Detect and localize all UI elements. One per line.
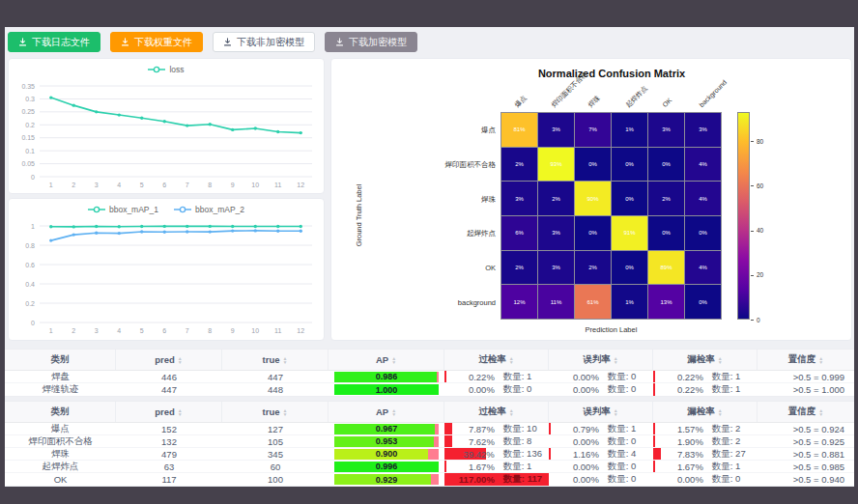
svg-text:6: 6 [162, 182, 166, 188]
confusion-matrix-card: Normalized Confusion Matrix Ground Truth… [330, 58, 852, 341]
sort-arrows-icon[interactable]: ▲▼ [818, 356, 823, 364]
column-header-label: 类别 [51, 353, 70, 366]
svg-text:1: 1 [49, 182, 53, 188]
rate-percent: 117.00% [444, 474, 495, 485]
ap-cell: 0.996 [329, 461, 444, 472]
svg-text:7: 7 [186, 327, 189, 334]
column-header-class: 类别 [5, 350, 116, 370]
sort-arrows-icon[interactable]: ▲▼ [718, 356, 723, 364]
matrix-cell-1-1: 93% [538, 148, 574, 182]
metrics-table: 类别pred▲▼true▲▼AP▲▼过检率▲▼误判率▲▼漏检率▲▼置信度▲▼焊盘… [5, 349, 854, 397]
matrix-cell-5-5: 0% [685, 285, 721, 319]
sort-arrows-icon[interactable]: ▲▼ [391, 408, 396, 416]
matrix-col-label: 爆点 [513, 94, 529, 109]
sort-arrows-icon[interactable]: ▲▼ [614, 356, 618, 364]
ap-bar: 0.900 [334, 449, 439, 460]
download-log-file-button[interactable]: 下载日志文件 [8, 32, 100, 52]
table-row: 爆点1521270.9677.87%数量: 100.79%数量: 11.57%数… [5, 423, 854, 435]
rate-count: 数量: 27 [712, 448, 758, 460]
column-header-AP[interactable]: AP▲▼ [329, 350, 444, 370]
table-row: 焊缝轨迹4474481.0000.00%数量: 00.00%数量: 00.22%… [5, 383, 854, 396]
sort-arrows-icon[interactable]: ▲▼ [283, 408, 288, 416]
sort-arrows-icon[interactable]: ▲▼ [178, 408, 183, 416]
ap-cell: 0.986 [329, 371, 444, 382]
legend-item-bbox_mAP_1[interactable]: bbox_mAP_1 [88, 205, 158, 214]
loss-chart-card: loss 00.050.10.150.20.250.30.35123456789… [8, 58, 325, 194]
ap-bar: 1.000 [334, 384, 439, 395]
rate-percent: 0.79% [549, 424, 599, 434]
misjudge-rate-cell: 0.00%数量: 0 [549, 435, 653, 447]
ap-cell: 1.000 [329, 383, 444, 396]
sort-arrows-icon[interactable]: ▲▼ [509, 408, 514, 416]
column-header-漏检率[interactable]: 漏检率▲▼ [653, 402, 758, 422]
true-cell: 447 [222, 371, 329, 382]
ap-value: 0.967 [334, 424, 439, 434]
misjudge-rate-cell: 0.00%数量: 0 [549, 461, 653, 472]
ap-bar: 0.929 [334, 474, 439, 485]
rate-percent: 39.42% [444, 449, 495, 460]
column-header-AP[interactable]: AP▲▼ [329, 402, 444, 422]
matrix-cell-2-1: 2% [538, 182, 574, 215]
matrix-cell-1-2: 0% [575, 148, 611, 182]
download-encrypted-model-button[interactable]: 下载加密模型 [325, 32, 417, 52]
true-cell: 127 [222, 423, 329, 434]
table-row: 焊印面积不合格1321050.9537.62%数量: 80.00%数量: 01.… [5, 435, 854, 448]
rate-count: 数量: 0 [608, 371, 653, 382]
sort-arrows-icon[interactable]: ▲▼ [391, 356, 396, 364]
sort-arrows-icon[interactable]: ▲▼ [614, 408, 618, 416]
ap-value: 0.900 [334, 449, 439, 460]
legend-item-bbox_mAP_2[interactable]: bbox_mAP_2 [174, 205, 244, 214]
rate-percent: 0.00% [549, 384, 599, 395]
matrix-cell-5-3: 1% [612, 285, 647, 319]
matrix-cell-0-5: 3% [685, 113, 721, 147]
column-header-置信度[interactable]: 置信度▲▼ [758, 350, 854, 370]
column-header-label: pred [155, 354, 175, 365]
loss-chart-legend: loss [9, 65, 324, 74]
sort-arrows-icon[interactable]: ▲▼ [178, 356, 183, 364]
confidence-cell: >0.5 = 0.999 [758, 371, 854, 382]
download-unencrypted-model-button[interactable]: 下载非加密模型 [213, 32, 315, 52]
column-header-置信度[interactable]: 置信度▲▼ [758, 402, 854, 422]
true-cell: 60 [222, 461, 329, 472]
pred-cell: 117 [116, 473, 222, 486]
column-header-pred[interactable]: pred▲▼ [116, 350, 222, 370]
column-header-class: 类别 [5, 402, 116, 422]
matrix-cell-4-3: 0% [612, 251, 647, 285]
pred-cell: 132 [116, 435, 222, 447]
sort-arrows-icon[interactable]: ▲▼ [509, 356, 514, 364]
matrix-row-label: 焊珠 [331, 195, 496, 205]
rate-count: 数量: 117 [503, 473, 549, 486]
sort-arrows-icon[interactable]: ▲▼ [283, 356, 288, 364]
column-header-过检率[interactable]: 过检率▲▼ [444, 350, 549, 370]
column-header-true[interactable]: true▲▼ [222, 350, 329, 370]
column-header-漏检率[interactable]: 漏检率▲▼ [653, 350, 758, 370]
colorbar-tick-label: 60 [757, 182, 763, 189]
download-weights-file-button[interactable]: 下载权重文件 [110, 32, 203, 52]
matrix-cell-2-4: 2% [648, 182, 684, 215]
download-icon [335, 38, 344, 46]
class-cell: 爆点 [5, 423, 116, 434]
table-row: 起焊炸点63600.9961.67%数量: 10.00%数量: 01.67%数量… [5, 461, 854, 473]
sort-arrows-icon[interactable]: ▲▼ [818, 408, 823, 416]
download-button-label: 下载日志文件 [32, 36, 90, 49]
rate-count: 数量: 1 [712, 371, 758, 382]
matrix-cell-4-2: 2% [575, 251, 611, 285]
rate-count: 数量: 0 [608, 461, 653, 472]
column-header-误判率[interactable]: 误判率▲▼ [549, 350, 653, 370]
svg-text:11: 11 [274, 182, 281, 188]
ap-value: 0.996 [334, 462, 439, 472]
column-header-pred[interactable]: pred▲▼ [116, 402, 222, 422]
sort-arrows-icon[interactable]: ▲▼ [718, 408, 723, 416]
legend-item-loss[interactable]: loss [148, 65, 184, 74]
column-header-label: 置信度 [788, 353, 816, 366]
column-header-误判率[interactable]: 误判率▲▼ [549, 402, 653, 422]
class-cell: OK [5, 473, 116, 486]
matrix-cell-3-2: 0% [575, 216, 611, 250]
metrics-table: 类别pred▲▼true▲▼AP▲▼过检率▲▼误判率▲▼漏检率▲▼置信度▲▼爆点… [5, 401, 854, 487]
column-header-label: 过检率 [478, 406, 506, 418]
download-icon [121, 38, 129, 46]
column-header-true[interactable]: true▲▼ [222, 402, 329, 422]
colorbar-tick-mark [751, 320, 754, 321]
rate-percent: 7.83% [653, 449, 703, 460]
column-header-过检率[interactable]: 过检率▲▼ [444, 402, 549, 422]
